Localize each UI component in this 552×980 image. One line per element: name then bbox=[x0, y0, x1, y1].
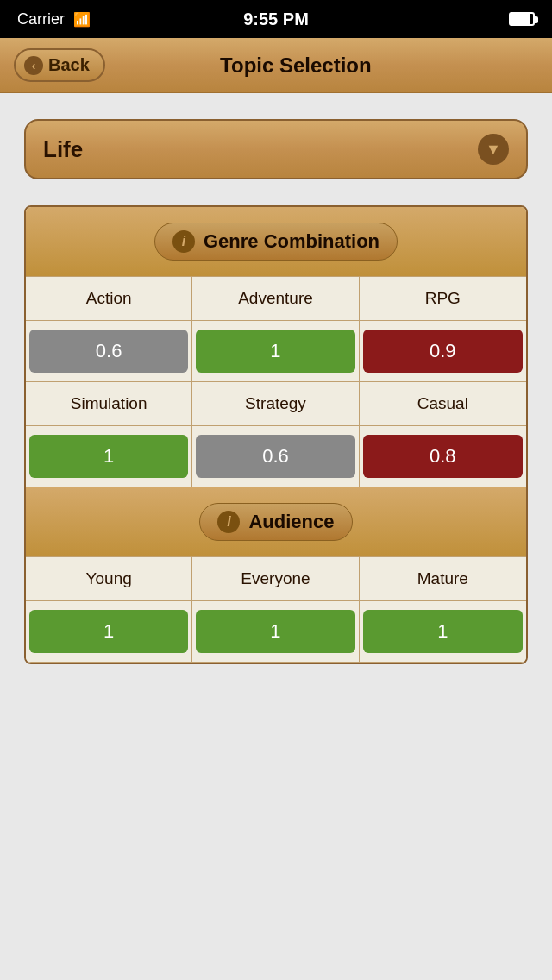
genre-value-rpg[interactable]: 0.9 bbox=[360, 321, 526, 382]
genre-value-strategy[interactable]: 0.6 bbox=[192, 426, 359, 487]
genre-value-action-box: 0.6 bbox=[29, 330, 188, 373]
dropdown-chevron-icon: ▼ bbox=[478, 134, 509, 165]
audience-section-title: Audience bbox=[248, 511, 334, 533]
genre-label-action: Action bbox=[26, 277, 192, 321]
carrier-label: Carrier bbox=[17, 10, 65, 28]
audience-label-everyone: Everyone bbox=[192, 557, 359, 601]
audience-header-inner: i Audience bbox=[199, 503, 352, 541]
status-bar: Carrier 📶 9:55 PM bbox=[0, 0, 552, 38]
status-left: Carrier 📶 bbox=[17, 10, 91, 28]
genre-value-rpg-box: 0.9 bbox=[363, 330, 523, 373]
back-label: Back bbox=[48, 55, 90, 75]
page-title: Topic Selection bbox=[105, 53, 486, 78]
back-button[interactable]: ‹ Back bbox=[14, 48, 105, 82]
dropdown-selected-value: Life bbox=[43, 136, 83, 163]
audience-grid: Young Everyone Mature 1 1 1 bbox=[26, 556, 526, 663]
main-content: Life ▼ i Genre Combination Action Advent… bbox=[0, 93, 552, 682]
nav-bar: ‹ Back Topic Selection bbox=[0, 38, 552, 93]
audience-label-young: Young bbox=[26, 557, 192, 601]
genre-section-header: i Genre Combination bbox=[26, 207, 526, 276]
genre-value-casual[interactable]: 0.8 bbox=[360, 426, 526, 487]
genre-label-strategy: Strategy bbox=[192, 382, 359, 426]
audience-value-everyone-box: 1 bbox=[196, 610, 354, 653]
genre-value-strategy-box: 0.6 bbox=[196, 435, 354, 478]
genre-value-simulation[interactable]: 1 bbox=[26, 426, 192, 487]
genre-value-adventure[interactable]: 1 bbox=[192, 321, 359, 382]
audience-info-icon[interactable]: i bbox=[217, 511, 240, 533]
genre-section-title: Genre Combination bbox=[204, 230, 380, 253]
selection-card: i Genre Combination Action Adventure RPG… bbox=[24, 205, 528, 664]
genre-label-casual: Casual bbox=[360, 382, 526, 426]
audience-value-young-box: 1 bbox=[29, 610, 188, 653]
back-chevron-icon: ‹ bbox=[24, 56, 43, 75]
genre-value-casual-box: 0.8 bbox=[363, 435, 523, 478]
genre-label-adventure: Adventure bbox=[192, 277, 359, 321]
status-time: 9:55 PM bbox=[243, 9, 309, 29]
genre-header-inner: i Genre Combination bbox=[154, 223, 398, 261]
audience-section-header: i Audience bbox=[26, 487, 526, 556]
audience-value-everyone[interactable]: 1 bbox=[192, 601, 359, 663]
audience-value-young[interactable]: 1 bbox=[26, 601, 192, 663]
audience-value-mature[interactable]: 1 bbox=[360, 601, 526, 663]
audience-label-mature: Mature bbox=[360, 557, 526, 601]
genre-value-action[interactable]: 0.6 bbox=[26, 321, 192, 382]
genre-info-icon[interactable]: i bbox=[172, 230, 195, 253]
genre-label-simulation: Simulation bbox=[26, 382, 192, 426]
genre-label-rpg: RPG bbox=[360, 277, 526, 321]
topic-dropdown[interactable]: Life ▼ bbox=[24, 119, 528, 179]
genre-value-adventure-box: 1 bbox=[196, 330, 354, 373]
genre-value-simulation-box: 1 bbox=[29, 435, 188, 478]
wifi-icon: 📶 bbox=[73, 11, 91, 28]
genre-grid: Action Adventure RPG 0.6 1 0.9 Simulatio… bbox=[26, 276, 526, 487]
audience-value-mature-box: 1 bbox=[363, 610, 523, 653]
battery-icon bbox=[509, 12, 535, 26]
